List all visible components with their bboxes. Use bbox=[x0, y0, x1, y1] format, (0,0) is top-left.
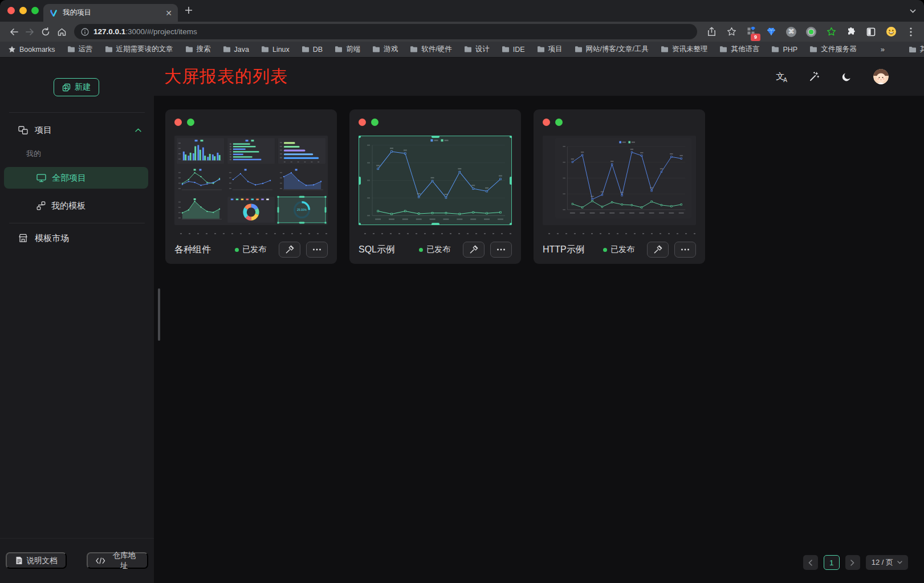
project-thumbnail[interactable] bbox=[543, 136, 696, 225]
bookmark-folder[interactable]: 网站/博客/文章/工具 bbox=[575, 44, 649, 54]
home-button[interactable] bbox=[54, 24, 70, 40]
sidebar: 新建 项目 我的 全部项目 bbox=[0, 58, 154, 583]
more-actions-button[interactable] bbox=[674, 242, 696, 258]
folder-icon bbox=[335, 46, 343, 53]
repo-button[interactable]: 仓库地址 bbox=[87, 552, 148, 569]
folder-icon bbox=[809, 46, 817, 53]
user-avatar[interactable] bbox=[873, 69, 889, 84]
bookmark-folder[interactable]: Linux bbox=[261, 46, 290, 54]
address-bar[interactable]: 127.0.0.1:3000/#/project/items bbox=[74, 24, 697, 39]
bookmark-folder[interactable]: IDE bbox=[502, 46, 525, 54]
browser-tab-strip: 我的项目 ✕ bbox=[0, 0, 924, 22]
bookmark-folder[interactable]: PHP bbox=[771, 46, 797, 54]
chevron-down-icon bbox=[897, 561, 902, 564]
ext-split-square-icon[interactable] bbox=[864, 25, 878, 39]
project-title: SQL示例 bbox=[359, 244, 419, 256]
scrollbar-thumb[interactable] bbox=[158, 288, 160, 341]
edit-project-button[interactable] bbox=[463, 242, 485, 258]
bookmark-folder[interactable]: 软件/硬件 bbox=[410, 44, 451, 54]
ext-green-star-icon[interactable] bbox=[824, 25, 838, 39]
tab-search-button[interactable] bbox=[910, 9, 916, 13]
ext-emoji-icon[interactable] bbox=[884, 25, 898, 39]
folder-icon bbox=[502, 46, 510, 53]
ext-gem-icon[interactable] bbox=[764, 25, 779, 39]
project-card[interactable]: SQL示例 已发布 bbox=[349, 109, 521, 264]
storefront-icon bbox=[18, 234, 28, 243]
new-project-button[interactable]: 新建 bbox=[54, 78, 99, 96]
sidebar-item-my-templates[interactable]: 我的模板 bbox=[4, 195, 148, 216]
more-actions-button[interactable] bbox=[490, 242, 512, 258]
bookmark-folder[interactable]: DB bbox=[302, 46, 323, 54]
current-page-button[interactable]: 1 bbox=[824, 555, 840, 570]
new-tab-button[interactable] bbox=[185, 6, 193, 14]
sidebar-item-template-market[interactable]: 模板市场 bbox=[0, 229, 154, 248]
card-dot-green bbox=[187, 119, 194, 126]
back-button[interactable] bbox=[6, 24, 22, 40]
tab-title: 我的项目 bbox=[63, 8, 161, 18]
bookmark-folder[interactable]: 其他语言 bbox=[719, 44, 759, 54]
folder-icon bbox=[185, 46, 193, 53]
bookmark-folder[interactable]: 搜索 bbox=[185, 44, 211, 54]
project-thumbnail[interactable]: 25.00% bbox=[174, 136, 328, 225]
page-header: 大屏报表的列表 文A bbox=[154, 58, 924, 96]
ellipsis-icon bbox=[681, 248, 690, 251]
folder-icon bbox=[661, 46, 669, 53]
project-list-content: 25.00% 各种组件 已发布 bbox=[154, 96, 924, 583]
edit-project-button[interactable] bbox=[647, 242, 669, 258]
bookmark-folder[interactable]: 前端 bbox=[335, 44, 360, 54]
language-button[interactable]: 文A bbox=[776, 71, 787, 82]
reload-button[interactable] bbox=[38, 24, 54, 40]
bookmark-folder[interactable]: 游戏 bbox=[372, 44, 398, 54]
other-bookmarks-folder[interactable]: 其他书签 bbox=[909, 44, 924, 54]
menu-kebab-button[interactable] bbox=[903, 25, 918, 39]
bookmark-folder[interactable]: 设计 bbox=[464, 44, 490, 54]
bookmark-folder[interactable]: Java bbox=[223, 46, 249, 54]
project-card[interactable]: HTTP示例 已发布 bbox=[534, 109, 705, 264]
browser-toolbar: 127.0.0.1:3000/#/project/items 9 ⌘ bbox=[0, 22, 924, 42]
ext-grid-diamond-icon[interactable]: 9 bbox=[744, 25, 759, 39]
ext-puzzle-icon[interactable] bbox=[844, 25, 858, 39]
minimize-window-button[interactable] bbox=[19, 7, 27, 14]
folder-icon bbox=[302, 46, 310, 53]
browser-tab[interactable]: 我的项目 ✕ bbox=[43, 4, 178, 22]
prev-page-button[interactable] bbox=[803, 555, 818, 570]
bookmark-folder[interactable]: 项目 bbox=[537, 44, 563, 54]
sidebar-item-all-projects[interactable]: 全部项目 bbox=[4, 167, 148, 189]
bookmark-folder[interactable]: 近期需要读的文章 bbox=[105, 44, 173, 54]
bookmark-folder[interactable]: 资讯未整理 bbox=[661, 44, 708, 54]
bookmark-folder[interactable]: 运营 bbox=[67, 44, 93, 54]
magic-wand-button[interactable] bbox=[809, 71, 820, 82]
chevron-up-icon bbox=[135, 128, 141, 132]
card-dot-red bbox=[174, 119, 182, 126]
edit-project-button[interactable] bbox=[279, 242, 300, 258]
project-card[interactable]: 25.00% 各种组件 已发布 bbox=[165, 109, 337, 264]
forward-button[interactable] bbox=[22, 24, 38, 40]
next-page-button[interactable] bbox=[845, 555, 860, 570]
bookmarks-manager-item[interactable]: Bookmarks bbox=[8, 46, 55, 54]
ext-command-icon[interactable]: ⌘ bbox=[784, 25, 799, 39]
goview-favicon-icon bbox=[49, 9, 58, 18]
bookmark-folder[interactable]: 文件服务器 bbox=[809, 44, 857, 54]
card-dot-green bbox=[371, 119, 378, 126]
card-dot-red bbox=[543, 119, 550, 126]
project-title: HTTP示例 bbox=[543, 244, 603, 256]
more-actions-button[interactable] bbox=[306, 242, 328, 258]
dark-mode-moon-button[interactable] bbox=[841, 72, 852, 82]
ext-green-dot-icon[interactable] bbox=[804, 25, 819, 39]
share-button[interactable] bbox=[704, 25, 719, 39]
thumbnail-ruler-dots bbox=[174, 232, 328, 234]
monitor-icon bbox=[36, 174, 46, 182]
window-controls bbox=[7, 7, 39, 14]
close-window-button[interactable] bbox=[7, 7, 15, 14]
site-info-icon[interactable] bbox=[81, 28, 89, 36]
project-thumbnail[interactable] bbox=[359, 136, 512, 225]
docs-button[interactable]: 说明文档 bbox=[6, 552, 67, 569]
pagination: 1 12 / 页 bbox=[803, 555, 908, 570]
tab-close-icon[interactable]: ✕ bbox=[165, 9, 172, 17]
url-text[interactable]: 127.0.0.1:3000/#/project/items bbox=[93, 27, 197, 36]
page-size-select[interactable]: 12 / 页 bbox=[866, 555, 908, 570]
bookmarks-overflow-chevron[interactable]: » bbox=[881, 45, 885, 54]
sidebar-section-project[interactable]: 项目 bbox=[0, 120, 154, 140]
bookmark-star-button[interactable] bbox=[724, 25, 739, 39]
zoom-window-button[interactable] bbox=[31, 7, 39, 14]
